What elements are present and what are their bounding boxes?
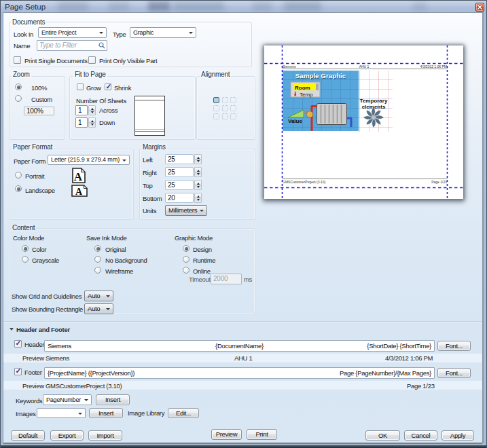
svg-text:Value: Value	[288, 118, 302, 124]
svg-text:Sample Graphic: Sample Graphic	[295, 72, 346, 79]
svg-text:Siemens: Siemens	[283, 64, 296, 69]
svg-text:A: A	[75, 187, 83, 197]
svg-text:GMSCustomerProject (3.10): GMSCustomerProject (3.10)	[283, 180, 325, 184]
svg-text:Temp: Temp	[300, 92, 313, 98]
svg-text:AHU 1: AHU 1	[359, 64, 369, 69]
svg-text:4/3/2012 1:06 PM: 4/3/2012 1:06 PM	[420, 64, 447, 69]
svg-text:A: A	[74, 170, 83, 183]
svg-text:Page 1/23: Page 1/23	[431, 180, 447, 184]
svg-text:Room: Room	[295, 85, 310, 91]
svg-text:Temporary: Temporary	[360, 98, 388, 104]
